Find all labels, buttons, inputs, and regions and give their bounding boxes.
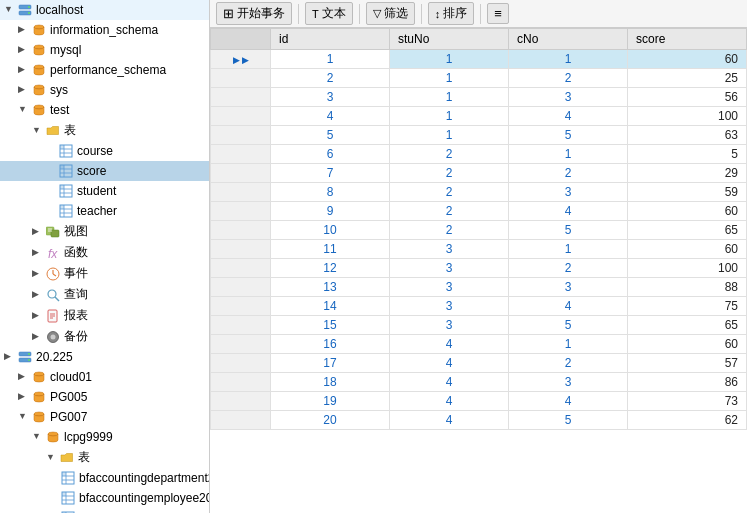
cell-2: 3 (509, 278, 628, 297)
sidebar-item-test[interactable]: ▼test (0, 100, 209, 120)
sidebar-item-label: PG007 (50, 410, 87, 424)
table-icon (58, 203, 74, 219)
row-indicator (211, 164, 271, 183)
sidebar: ▼localhost▶information_schema▶mysql▶perf… (0, 0, 210, 513)
sort-button[interactable]: ↕ 排序 (428, 2, 475, 25)
table-row[interactable]: 102565 (211, 221, 747, 240)
sidebar-item-bfaccorg[interactable]: bfaccountingorganization (0, 508, 209, 513)
table-icon (60, 490, 76, 506)
table-row[interactable]: 113160 (211, 240, 747, 259)
sort-label: 排序 (443, 5, 467, 22)
sidebar-item-perf_schema[interactable]: ▶performance_schema (0, 60, 209, 80)
sidebar-item-srv_20225[interactable]: ▶20.225 (0, 347, 209, 367)
expand-chevron[interactable]: ▶ (32, 247, 44, 259)
sidebar-item-PG007[interactable]: ▼PG007 (0, 407, 209, 427)
text-button[interactable]: T 文本 (305, 2, 353, 25)
cell-2: 2 (509, 259, 628, 278)
table-row[interactable]: 82359 (211, 183, 747, 202)
table-row[interactable]: 6215 (211, 145, 747, 164)
sidebar-item-funcs_group[interactable]: ▶fx函数 (0, 242, 209, 263)
table-row[interactable]: 21225 (211, 69, 747, 88)
col-header-id[interactable]: id (271, 29, 390, 50)
table-row[interactable]: 143475 (211, 297, 747, 316)
expand-chevron[interactable]: ▶ (32, 268, 44, 280)
col-header-cNo[interactable]: cNo (509, 29, 628, 50)
sidebar-item-student[interactable]: student (0, 181, 209, 201)
expand-chevron[interactable]: ▼ (4, 4, 16, 16)
sidebar-item-cloud01[interactable]: ▶cloud01 (0, 367, 209, 387)
cell-2: 4 (509, 202, 628, 221)
table-row[interactable]: 153565 (211, 316, 747, 335)
table-row[interactable]: 184386 (211, 373, 747, 392)
sidebar-item-reports_group[interactable]: ▶报表 (0, 305, 209, 326)
sidebar-item-PG005[interactable]: ▶PG005 (0, 387, 209, 407)
table-row[interactable]: 194473 (211, 392, 747, 411)
expand-chevron[interactable]: ▼ (18, 411, 30, 423)
table-row[interactable]: 414100 (211, 107, 747, 126)
expand-chevron[interactable]: ▼ (18, 104, 30, 116)
expand-chevron[interactable]: ▶ (18, 391, 30, 403)
table-row[interactable]: 164160 (211, 335, 747, 354)
expand-chevron[interactable]: ▶ (18, 24, 30, 36)
table-row[interactable]: 72229 (211, 164, 747, 183)
sidebar-item-label: 表 (78, 449, 90, 466)
expand-chevron[interactable]: ▶ (32, 310, 44, 322)
sidebar-item-views_group[interactable]: ▶视图 (0, 221, 209, 242)
sidebar-item-bfaccemp2019[interactable]: bfaccountingemployee2019 (0, 488, 209, 508)
table-row[interactable]: 51563 (211, 126, 747, 145)
expand-chevron[interactable]: ▶ (18, 371, 30, 383)
sidebar-item-mysql[interactable]: ▶mysql (0, 40, 209, 60)
expand-chevron[interactable]: ▶ (18, 44, 30, 56)
sidebar-item-tables_group2[interactable]: ▼表 (0, 447, 209, 468)
col-header-stuNo[interactable]: stuNo (390, 29, 509, 50)
sidebar-item-bfacc2019[interactable]: bfaccountingdepartment2019 (0, 468, 209, 488)
sidebar-item-teacher[interactable]: teacher (0, 201, 209, 221)
sidebar-item-score[interactable]: score (0, 161, 209, 181)
row-indicator: ▶ (211, 50, 271, 69)
expand-chevron[interactable]: ▶ (4, 351, 16, 363)
cell-3: 60 (628, 335, 747, 354)
sidebar-item-course[interactable]: course (0, 141, 209, 161)
svg-point-44 (51, 334, 56, 339)
cell-3: 5 (628, 145, 747, 164)
expand-chevron[interactable]: ▶ (18, 64, 30, 76)
sidebar-item-sys[interactable]: ▶sys (0, 80, 209, 100)
sidebar-item-tables_group[interactable]: ▼表 (0, 120, 209, 141)
table-row[interactable]: 204562 (211, 411, 747, 430)
table-row[interactable]: 174257 (211, 354, 747, 373)
cell-1: 3 (390, 278, 509, 297)
expand-chevron[interactable]: ▼ (46, 452, 58, 464)
cell-3: 60 (628, 202, 747, 221)
table-row[interactable]: ▶11160 (211, 50, 747, 69)
table-row[interactable]: 92460 (211, 202, 747, 221)
cell-1: 1 (390, 107, 509, 126)
sidebar-item-lcpg9999[interactable]: ▼lcpg9999 (0, 427, 209, 447)
table-row[interactable]: 1232100 (211, 259, 747, 278)
cell-3: 60 (628, 50, 747, 69)
expand-chevron[interactable]: ▼ (32, 431, 44, 443)
expand-chevron[interactable]: ▶ (32, 331, 44, 343)
data-table[interactable]: idstuNocNoscore ▶11160212253135641410051… (210, 28, 747, 513)
cell-3: 73 (628, 392, 747, 411)
svg-rect-28 (60, 205, 64, 209)
row-indicator (211, 411, 271, 430)
expand-chevron[interactable]: ▶ (32, 226, 44, 238)
table-row[interactable]: 133388 (211, 278, 747, 297)
sidebar-item-backup_group[interactable]: ▶备份 (0, 326, 209, 347)
sidebar-item-events_group[interactable]: ▶事件 (0, 263, 209, 284)
expand-chevron[interactable]: ▶ (18, 84, 30, 96)
begin-transaction-button[interactable]: ⊞ 开始事务 (216, 2, 292, 25)
expand-chevron[interactable]: ▼ (32, 125, 44, 137)
separator-4 (480, 4, 481, 24)
col-header-score[interactable]: score (628, 29, 747, 50)
cell-1: 4 (390, 354, 509, 373)
extra-button[interactable]: ≡ (487, 3, 509, 24)
sidebar-item-queries_group[interactable]: ▶查询 (0, 284, 209, 305)
filter-button[interactable]: ▽ 筛选 (366, 2, 415, 25)
sidebar-item-localhost[interactable]: ▼localhost (0, 0, 209, 20)
cell-0: 7 (271, 164, 390, 183)
sidebar-item-info_schema[interactable]: ▶information_schema (0, 20, 209, 40)
expand-chevron[interactable]: ▶ (32, 289, 44, 301)
text-icon: T (312, 8, 319, 20)
table-row[interactable]: 31356 (211, 88, 747, 107)
